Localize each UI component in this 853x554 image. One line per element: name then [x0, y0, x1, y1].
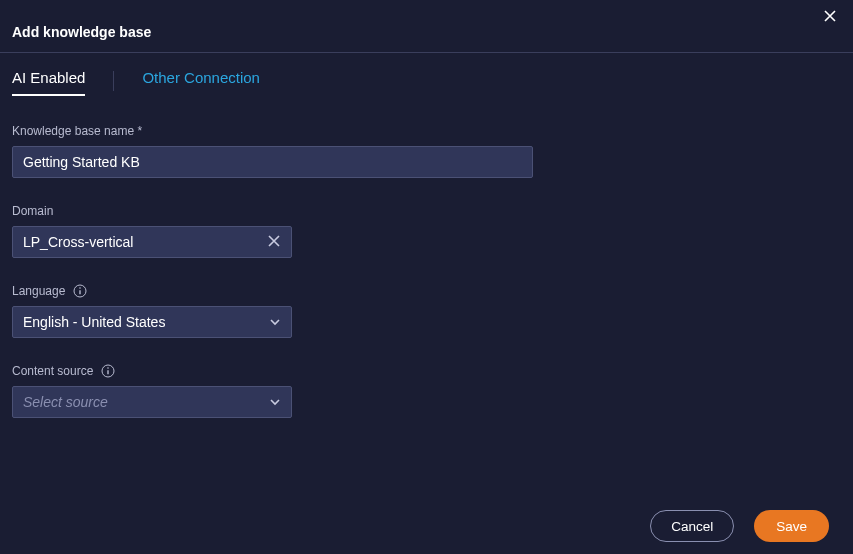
- select-content-source[interactable]: Select source: [12, 386, 292, 418]
- chevron-down-icon: [269, 316, 281, 328]
- save-button[interactable]: Save: [754, 510, 829, 542]
- dialog-footer: Cancel Save: [650, 510, 829, 542]
- label-domain: Domain: [12, 204, 841, 218]
- field-name: Knowledge base name *: [12, 124, 841, 178]
- close-button[interactable]: [821, 8, 839, 26]
- label-name: Knowledge base name *: [12, 124, 841, 138]
- content-source-placeholder: Select source: [23, 394, 269, 410]
- dialog-header: Add knowledge base: [0, 0, 853, 53]
- label-content-source-text: Content source: [12, 364, 93, 378]
- info-icon[interactable]: [101, 364, 115, 378]
- field-content-source: Content source Select source: [12, 364, 841, 418]
- tab-ai-enabled[interactable]: AI Enabled: [12, 69, 85, 96]
- tab-other-connection[interactable]: Other Connection: [142, 69, 260, 94]
- input-domain[interactable]: LP_Cross-vertical: [12, 226, 292, 258]
- language-value: English - United States: [23, 314, 269, 330]
- clear-icon: [267, 234, 281, 251]
- tab-bar: AI Enabled Other Connection: [0, 53, 853, 96]
- label-language: Language: [12, 284, 841, 298]
- svg-point-5: [108, 367, 110, 369]
- field-language: Language English - United States: [12, 284, 841, 338]
- chevron-down-icon: [269, 396, 281, 408]
- close-icon: [824, 10, 836, 25]
- field-domain: Domain LP_Cross-vertical: [12, 204, 841, 258]
- label-content-source: Content source: [12, 364, 841, 378]
- svg-point-2: [80, 287, 82, 289]
- dialog-title: Add knowledge base: [12, 24, 841, 40]
- form: Knowledge base name * Domain LP_Cross-ve…: [0, 96, 853, 418]
- domain-value: LP_Cross-vertical: [23, 234, 267, 250]
- info-icon[interactable]: [73, 284, 87, 298]
- tab-divider: [113, 71, 114, 91]
- cancel-button[interactable]: Cancel: [650, 510, 734, 542]
- input-name[interactable]: [12, 146, 533, 178]
- label-language-text: Language: [12, 284, 65, 298]
- clear-domain-button[interactable]: [267, 234, 281, 251]
- select-language[interactable]: English - United States: [12, 306, 292, 338]
